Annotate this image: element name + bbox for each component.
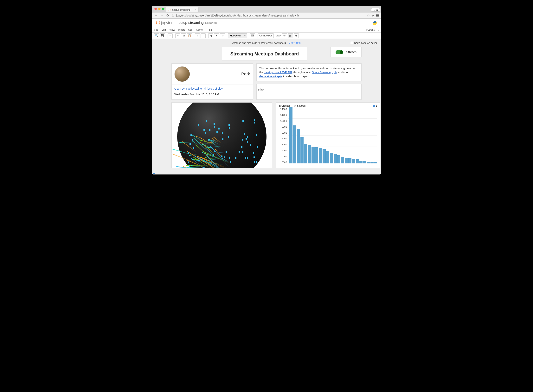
kernel-name: Python 3 [366,28,376,31]
bar[interactable] [374,162,377,163]
add-cell-button[interactable]: ＋ [168,33,173,38]
bar[interactable] [300,137,304,163]
browser-tab[interactable]: meetup-streaming × [166,7,199,12]
bar[interactable] [337,155,340,163]
dashboard-title-card: Streaming Meetups Dashboard [222,47,307,61]
view-label: View: [276,34,281,37]
jupyter-logo[interactable]: jupyter [156,20,172,25]
stream-label: Stream [346,50,357,54]
url-bar[interactable]: 🗋 jupyter.cloudet.xyz/user/AnY1jQel3oyG/… [172,14,365,17]
browser-tabbar: meetup-streaming × Peter [152,6,381,12]
bar[interactable] [315,147,318,163]
jupyter-logo-icon [156,21,160,25]
bar[interactable] [367,162,370,163]
site-info-icon[interactable]: 🗋 [172,14,174,17]
cut-button[interactable]: ✂ [175,33,180,38]
bar[interactable] [323,149,326,163]
bar[interactable] [319,148,322,163]
bar[interactable] [370,162,373,163]
stop-button[interactable]: ■ [214,33,219,38]
move-up-button[interactable]: ↑ [195,33,200,38]
close-tab-icon[interactable]: × [195,8,197,11]
chart-legend: Grouped Stacked 1 [279,104,377,107]
bar[interactable] [363,161,366,163]
bar[interactable] [311,147,315,163]
bar[interactable] [297,129,300,163]
bar[interactable] [348,158,351,163]
stream-toggle[interactable] [335,50,343,54]
dashboard-hint: Arrange and size cells to create your da… [152,39,381,47]
bar[interactable] [308,145,311,163]
event-thumbnail [174,66,190,82]
bar[interactable] [356,159,359,163]
command-palette-button[interactable]: 🔍 [154,33,159,38]
bar[interactable] [326,151,329,163]
bar[interactable] [304,144,307,163]
bar[interactable] [341,157,344,163]
kernel-status-icon [377,29,379,31]
back-button[interactable]: ← [154,14,158,18]
bookmark-icon[interactable]: ☆ [367,14,370,18]
link-spark[interactable]: Spark Streaming job [312,71,336,74]
more-info-link[interactable]: MORE INFO [289,42,301,44]
globe-viz [177,102,266,168]
restart-button[interactable]: ↻ [220,33,225,38]
legend-grouped[interactable]: Grouped [279,104,291,107]
bar[interactable] [345,158,348,163]
event-card: Park Open gym volleyball for all levels … [171,63,253,100]
jupyter-favicon-icon [168,9,170,11]
paste-button[interactable]: 📋 [187,33,192,38]
move-down-button[interactable]: ↓ [201,33,206,38]
more-icon[interactable]: » [372,14,374,18]
jupyter-menubar: File Edit View Insert Cell Kernel Help P… [152,27,381,33]
menu-insert[interactable]: Insert [178,28,185,31]
jupyter-header: jupyter meetup-streaming (autosaved) [152,19,381,27]
minimize-window-icon[interactable] [158,8,160,10]
legend-series-1[interactable]: 1 [373,104,377,107]
save-button[interactable]: 💾 [160,33,165,38]
browser-addrbar: ← → ⟳ 🗋 jupyter.cloudet.xyz/user/AnY1jQe… [152,12,381,19]
autosave-status: (autosaved) [204,22,217,24]
view-grid-button[interactable]: ▦ [288,33,293,38]
bar[interactable] [289,107,292,163]
forward-button: → [160,14,164,18]
menu-kernel[interactable]: Kernel [196,28,203,31]
celltype-select[interactable]: Markdown [228,33,247,38]
menu-cell[interactable]: Cell [188,28,192,31]
bar[interactable] [330,153,333,163]
resize-handle-icon[interactable] [153,172,155,174]
close-window-icon[interactable] [154,8,157,10]
globe-card[interactable] [171,102,272,168]
bar[interactable] [293,126,296,163]
menu-icon[interactable] [376,14,379,17]
menu-edit[interactable]: Edit [162,28,166,31]
bar[interactable] [334,154,337,163]
python-logo-icon [373,21,377,25]
copy-button[interactable]: ⧉ [181,33,186,38]
legend-stacked[interactable]: Stacked [294,104,306,107]
bar-chart-card: Grouped Stacked 1 1,138.01,100.01,000.09… [276,102,380,168]
link-meetup-api[interactable]: meetup.com RSVP API [264,71,292,74]
event-link[interactable]: Open gym volleyball for all levels of pl… [174,87,223,90]
reload-button[interactable]: ⟳ [166,13,170,18]
keyboard-button[interactable]: ⌨ [250,33,255,38]
profile-button[interactable]: Peter [371,8,380,12]
notebook-name[interactable]: meetup-streaming [175,21,204,25]
link-widgets[interactable]: declarative widgets [259,75,282,78]
view-dashboard-button[interactable]: ◉ [294,33,299,38]
menu-file[interactable]: File [154,28,158,31]
bar[interactable] [359,161,363,163]
celltoolbar-button[interactable]: CellToolbar [258,33,274,38]
tab-title: meetup-streaming [172,9,190,11]
chart-yaxis: 1,138.01,100.01,000.0900.0800.0700.0600.… [279,107,288,163]
description-card: The purpose of this notebook is to give … [256,63,362,81]
dashboard-title: Streaming Meetups Dashboard [230,51,299,57]
run-button[interactable]: ▸| [208,33,213,38]
view-code-button[interactable]: </> [282,33,287,38]
maximize-window-icon[interactable] [162,8,165,10]
filter-input[interactable] [258,87,360,92]
menu-view[interactable]: View [169,28,175,31]
menu-help[interactable]: Help [207,28,212,31]
bar[interactable] [352,159,355,163]
show-code-hover-checkbox[interactable]: Show code on hover [351,42,377,44]
